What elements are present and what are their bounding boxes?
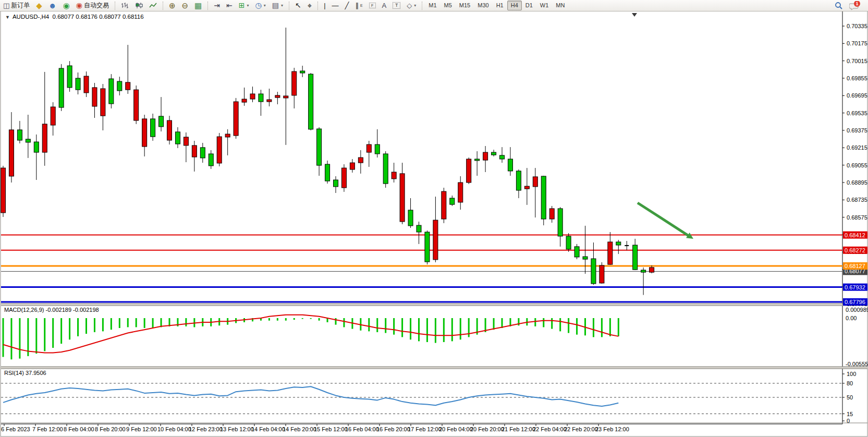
line-chart-icon — [149, 2, 157, 9]
toolbar-separator — [163, 2, 163, 10]
cursor-button[interactable]: ↖ — [292, 0, 304, 11]
shapes-button[interactable]: ◇ ▾ — [404, 0, 419, 11]
crosshair-button[interactable]: ⌖ — [304, 0, 315, 11]
channel-icon: ∥ — [355, 2, 359, 9]
auto-trading-button[interactable]: ◉ 自动交易 — [73, 0, 112, 11]
text-icon: A — [382, 2, 387, 9]
vertical-line-icon: | — [324, 2, 325, 9]
rsi-pane[interactable] — [0, 369, 842, 423]
fibonacci-icon: F — [369, 3, 376, 8]
new-order-label: 新订单 — [11, 1, 30, 10]
equidistant-channel-button[interactable]: ∥E — [352, 0, 365, 11]
template-button[interactable]: ▤ ▾ — [269, 0, 286, 11]
candlestick-chart-button[interactable] — [132, 0, 146, 11]
chart-ohlc-values: 0.68077 0.68176 0.68077 0.68116 — [53, 14, 144, 20]
gold-icon: ◆ — [36, 2, 42, 9]
add-indicator-button[interactable]: ⊞ ▾ — [236, 0, 252, 11]
chart-dropdown-arrow[interactable]: ▼ — [5, 15, 10, 20]
auto-scroll-icon: ⇥ — [214, 2, 220, 9]
price-axis[interactable] — [842, 11, 868, 424]
zoom-in-button[interactable]: ⊕ — [166, 0, 179, 11]
line-chart-button[interactable] — [146, 0, 160, 11]
search-button[interactable] — [832, 0, 846, 11]
periods-button[interactable]: ◷ ▾ — [252, 0, 269, 11]
tab-timeframe-w1[interactable]: W1 — [536, 1, 553, 10]
candlestick-chart-icon — [135, 2, 143, 9]
main-chart-pane[interactable] — [0, 21, 842, 304]
tab-timeframe-m30[interactable]: M30 — [474, 1, 492, 10]
fibonacci-button[interactable]: F — [366, 0, 379, 11]
auto-trading-label: 自动交易 — [84, 1, 109, 10]
gold-button[interactable]: ◆ — [33, 0, 45, 11]
person-icon: ☻ — [48, 2, 57, 9]
crosshair-icon: ⌖ — [308, 2, 312, 9]
signals-button[interactable]: ◉ — [60, 0, 73, 11]
rsi-label: RSI(14) 37.9506 — [4, 370, 46, 376]
chart-shift-marker — [632, 13, 637, 17]
zoom-in-icon: ⊕ — [169, 2, 176, 9]
clock-icon: ◷ — [255, 2, 262, 9]
chart-window-icon: ◫ — [3, 2, 9, 9]
chart-shift-button[interactable]: ⇤ — [223, 0, 236, 11]
chart-shift-icon: ⇤ — [226, 2, 233, 9]
tab-timeframe-h1[interactable]: H1 — [493, 1, 507, 10]
toolbar-separator — [289, 2, 289, 10]
tab-timeframe-h4[interactable]: H4 — [507, 1, 522, 10]
zoom-out-button[interactable]: ⊖ — [179, 0, 192, 11]
new-order-button[interactable]: ◫ 新订单 — [0, 0, 33, 11]
chart-symbol-period: AUDUSD-,H4 — [13, 14, 49, 20]
text-button[interactable]: A — [379, 0, 390, 11]
search-icon — [835, 2, 843, 10]
horizontal-line-icon: — — [332, 2, 339, 9]
tile-windows-icon: ▦ — [194, 2, 202, 9]
svg-text:1: 1 — [855, 1, 858, 6]
tab-timeframe-m15[interactable]: M15 — [456, 1, 474, 10]
dropdown-arrow-icon: ▾ — [264, 3, 266, 8]
vertical-line-button[interactable]: | — [321, 0, 328, 11]
toolbar-separator — [422, 2, 422, 10]
auto-trading-icon: ◉ — [76, 2, 82, 9]
horizontal-line-button[interactable]: — — [329, 0, 342, 11]
cursor-icon: ↖ — [295, 2, 301, 9]
toolbar-separator — [207, 2, 208, 10]
chart-title: ▼AUDUSD-,H4 0.68077 0.68176 0.68077 0.68… — [5, 14, 144, 20]
tab-timeframe-mn[interactable]: MN — [552, 1, 568, 10]
template-icon: ▤ — [272, 2, 279, 9]
text-label-icon: T — [393, 2, 400, 9]
tab-timeframe-m1[interactable]: M1 — [425, 1, 440, 10]
tab-timeframe-d1[interactable]: D1 — [522, 1, 536, 10]
trendline-button[interactable]: ╱ — [342, 0, 352, 11]
chat-bubble-icon: 1 — [849, 1, 861, 10]
toolbar-separator — [317, 2, 318, 10]
toolbar: ◫ 新订单 ◆ ☻ ◉ ◉ 自动交易 ⊕ ⊖ ▦ ⇥ ⇤ ⊞ ▾ — [0, 0, 868, 11]
bar-chart-icon — [121, 2, 129, 9]
notifications-button[interactable]: 1 — [846, 0, 864, 11]
dropdown-arrow-icon: ▾ — [247, 3, 249, 8]
dropdown-arrow-icon: ▾ — [281, 3, 283, 8]
macd-label: MACD(12,26,9) -0.002189 -0.002198 — [4, 307, 99, 313]
tile-windows-button[interactable]: ▦ — [191, 0, 205, 11]
macd-pane[interactable] — [0, 306, 842, 367]
time-axis[interactable] — [0, 424, 842, 437]
zoom-out-icon: ⊖ — [182, 2, 189, 9]
auto-scroll-button[interactable]: ⇥ — [211, 0, 223, 11]
dropdown-arrow-icon: ▾ — [414, 3, 416, 8]
market-watch-button[interactable]: ☻ — [45, 0, 60, 11]
add-indicator-icon: ⊞ — [239, 2, 245, 9]
trendline-icon: ╱ — [345, 2, 349, 9]
tab-timeframe-m5[interactable]: M5 — [441, 1, 456, 10]
bar-chart-button[interactable] — [118, 0, 132, 11]
shapes-icon: ◇ — [407, 2, 412, 9]
radar-icon: ◉ — [63, 2, 70, 9]
text-label-button[interactable]: T — [389, 0, 404, 11]
toolbar-separator — [115, 2, 115, 10]
